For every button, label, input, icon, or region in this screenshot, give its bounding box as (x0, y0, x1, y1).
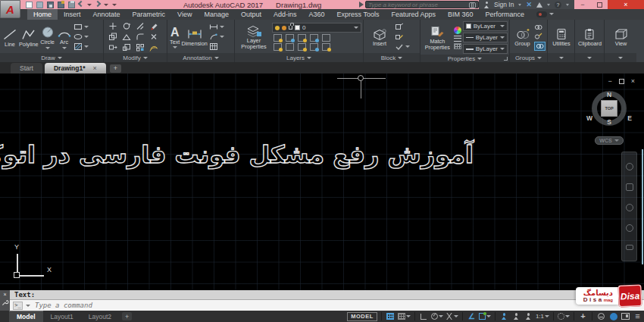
leader-dropdown-icon[interactable] (220, 26, 224, 28)
new-file-icon[interactable] (26, 2, 33, 8)
exchange-apps-icon[interactable]: ✕ (526, 1, 532, 8)
groups-expand-icon[interactable] (537, 57, 542, 59)
command-prompt-icon[interactable]: >_ (13, 302, 23, 310)
panel-label-annotation[interactable]: Annotation (167, 53, 234, 62)
app-menu-button[interactable]: A (0, 0, 20, 18)
circle-dropdown-icon[interactable] (45, 47, 50, 49)
properties-launcher-icon[interactable] (504, 57, 508, 61)
rectangle-dropdown-icon[interactable] (84, 26, 89, 28)
model-space-button[interactable]: MODEL (347, 312, 377, 321)
clipboard-tool[interactable]: Clipboard (578, 27, 602, 47)
polar-tracking-icon[interactable] (431, 313, 438, 320)
rotate-icon[interactable] (122, 22, 131, 30)
view-expand-icon[interactable] (618, 57, 623, 59)
layer-properties-tool[interactable]: Layer Properties (237, 23, 270, 49)
create-block-icon[interactable] (395, 23, 404, 31)
block-check-dropdown-icon[interactable] (405, 45, 410, 48)
layer-current-icon[interactable] (310, 43, 318, 51)
drawing-canvas[interactable]: آموزش رفع مشکل فونت فارسی در اتوکد − × N… (0, 73, 644, 290)
a360-icon[interactable] (536, 2, 542, 8)
offset-icon[interactable] (149, 43, 158, 52)
tab-insert[interactable]: Insert (58, 9, 87, 20)
rectangle-tool-icon[interactable] (73, 23, 83, 31)
panel-label-view[interactable] (605, 53, 636, 62)
tab-manage[interactable]: Manage (198, 9, 235, 20)
layer-on-icon[interactable] (275, 26, 280, 30)
text-dropdown-icon[interactable] (173, 46, 177, 48)
multileader-icon[interactable] (209, 33, 218, 41)
panel-label-block[interactable]: Block (364, 53, 420, 62)
wcs-dropdown[interactable]: WCS (595, 136, 624, 145)
block-expand-icon[interactable] (398, 57, 402, 59)
isodraft-dropdown-icon[interactable] (454, 315, 458, 317)
command-input[interactable] (33, 301, 644, 310)
panel-label-draw[interactable]: Draw (0, 53, 103, 62)
layer-unlock-icon[interactable] (289, 26, 292, 30)
utilities-tool[interactable]: Utilities (552, 27, 571, 47)
leader-icon[interactable] (209, 23, 218, 31)
line-tool[interactable]: Line (2, 27, 17, 48)
tab-addins[interactable]: Add-ins (267, 9, 303, 20)
layer-freeze-icon[interactable] (298, 34, 306, 42)
table-icon[interactable] (209, 42, 218, 51)
draw-expand-icon[interactable] (58, 57, 62, 59)
undo-icon[interactable] (78, 1, 84, 7)
workspace-dropdown-icon[interactable] (565, 315, 570, 317)
layout-tab-layout2[interactable]: Layout2 (81, 311, 119, 322)
viewcube-east[interactable]: E (627, 114, 632, 122)
new-layout-button[interactable]: + (122, 312, 132, 320)
recent-commands-icon[interactable] (26, 305, 30, 307)
viewport-minimize-icon[interactable]: − (608, 77, 611, 85)
color-dropdown-icon[interactable] (500, 25, 505, 27)
explode-icon[interactable] (149, 33, 158, 41)
move-icon[interactable] (108, 22, 117, 30)
command-line-grip[interactable]: × (0, 290, 10, 311)
annotation-monitor-icon[interactable]: + (580, 312, 585, 320)
isometric-drafting-icon[interactable] (445, 313, 453, 320)
annotation-autoscale-icon[interactable] (514, 313, 519, 320)
showmotion-icon[interactable] (626, 245, 633, 250)
annotation-expand-icon[interactable] (214, 57, 219, 59)
file-tab-drawing1[interactable]: Drawing1* × (45, 63, 106, 73)
ungroup-icon[interactable] (534, 23, 542, 31)
layer-thaw-all-icon[interactable] (286, 43, 294, 51)
color-wheel-icon[interactable] (454, 27, 461, 34)
viewport-close-icon[interactable]: × (631, 77, 635, 85)
new-drawing-button[interactable]: + (110, 64, 121, 73)
layer-dropdown[interactable]: 0 (272, 23, 361, 33)
sign-in-button[interactable]: Sign In (494, 1, 514, 8)
save-icon[interactable] (47, 2, 54, 8)
steering-wheel-icon[interactable] (626, 163, 633, 170)
arc-dropdown-icon[interactable] (62, 47, 67, 49)
tab-home[interactable]: Home (27, 9, 58, 20)
circle-tool[interactable]: Circle (40, 24, 55, 49)
insert-tool[interactable]: Insert (366, 27, 393, 47)
command-customize-icon[interactable] (2, 299, 8, 306)
layer-walk-icon[interactable] (322, 43, 330, 51)
file-tab-close-icon[interactable]: × (93, 64, 97, 72)
trim-icon[interactable] (136, 22, 145, 30)
panel-label-clipboard[interactable] (575, 53, 604, 62)
object-snap-tracking-icon[interactable]: ∠ (468, 313, 475, 320)
clean-screen-icon[interactable] (621, 313, 630, 320)
utilities-expand-icon[interactable] (559, 57, 564, 59)
view-tool[interactable]: View (614, 27, 628, 47)
search-box[interactable] (365, 1, 479, 8)
fillet-icon[interactable] (136, 33, 145, 41)
hatch-tool-icon[interactable] (73, 42, 83, 51)
panel-label-groups[interactable]: Groups (510, 53, 547, 62)
open-file-icon[interactable] (36, 2, 43, 8)
array-icon[interactable] (136, 43, 145, 52)
group-selection-icon[interactable] (536, 42, 544, 50)
tab-a360[interactable]: A360 (303, 9, 331, 20)
close-button[interactable]: × (608, 0, 644, 9)
orbit-icon[interactable] (626, 224, 633, 232)
layer-match-icon[interactable] (322, 34, 330, 42)
block-checkmark-icon[interactable] (395, 42, 404, 51)
scale-icon[interactable] (122, 43, 131, 52)
annotation-visibility-icon[interactable] (502, 313, 507, 320)
help-icon[interactable]: ? (555, 2, 561, 8)
file-tab-start[interactable]: Start (11, 63, 42, 73)
navigation-bar[interactable] (621, 152, 637, 261)
save-as-icon[interactable] (58, 2, 64, 8)
